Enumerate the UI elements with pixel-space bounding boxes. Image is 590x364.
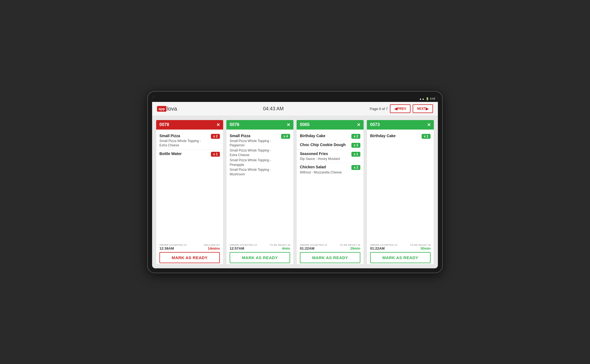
footer-info-0076: ORDER ACCEPTED AT12:57AMTO BE READY IN4m… [230, 244, 290, 250]
close-button-0078[interactable]: ✕ [216, 122, 220, 127]
order-body-0078: Small PizzaSmall Pizza Whole Topping - E… [156, 130, 223, 241]
item-name-0-1: Bottle Water [159, 151, 209, 156]
accepted-time-0073: 01:22AM [370, 246, 397, 250]
item-name-2-3: Chicken Salad [300, 165, 349, 169]
item-sub-1-0-1: Small Pizza Whole Topping - Extra Cheese [230, 148, 279, 157]
list-item: Birthday Cakex 1 [367, 132, 434, 140]
status-bar: ▲▲ 🔋 4:44 [152, 96, 438, 102]
qty-badge-2-3: x 2 [351, 165, 360, 170]
order-id-0073: 0073 [370, 122, 380, 127]
header-time: 04:43 AM [263, 106, 284, 112]
order-header-0078: 0078✕ [156, 120, 223, 130]
item-info-2-3: Chicken SaladWithout - Mozzarella Cheese [300, 165, 349, 175]
item-name-2-2: Seasoned Fries [300, 151, 349, 156]
status-time: 4:44 [430, 97, 435, 100]
order-header-0073: 0073✕ [367, 120, 434, 130]
item-info-1-0: Small PizzaSmall Pizza Whole Topping - P… [230, 133, 279, 177]
page-info: Page 6 of 7 [370, 107, 388, 111]
status-label-0078: DELAYED BY [204, 244, 220, 246]
item-name-3-0: Birthday Cake [370, 133, 419, 138]
qty-badge-0-1: x 1 [211, 152, 220, 157]
item-modifier-2-3: Without - Mozzarella Cheese [300, 170, 349, 175]
accepted-label-0078: ORDER ACCEPTED AT [159, 244, 187, 246]
item-info-2-0: Birthday Cake [300, 133, 349, 138]
mark-ready-button-0073[interactable]: MARK AS READY [370, 252, 431, 263]
status-label-0065: TO BE READY IN [340, 244, 360, 246]
order-header-0076: 0076✕ [226, 120, 293, 130]
item-name-2-1: Choc Chip Cookie Dough [300, 142, 349, 147]
mark-ready-button-0078[interactable]: MARK AS READY [159, 252, 220, 263]
status-icons: ▲▲ 🔋 4:44 [419, 97, 435, 100]
item-info-2-2: Seasoned FriesDip Sauce - Honey Mustard [300, 151, 349, 161]
item-info-0-1: Bottle Water [159, 151, 209, 156]
close-button-0073[interactable]: ✕ [427, 122, 431, 127]
close-button-0065[interactable]: ✕ [357, 122, 360, 127]
next-button[interactable]: NEXT ▶ [413, 104, 433, 113]
footer-left-0065: ORDER ACCEPTED AT01:22AM [300, 244, 327, 250]
item-sub-1-0-0: Small Pizza Whole Topping - Pepperoni [230, 139, 279, 148]
item-sub-1-0-2: Small Pizza Whole Topping - Pineapple [230, 158, 279, 167]
qty-badge-3-0: x 1 [422, 134, 431, 139]
list-item: Seasoned FriesDip Sauce - Honey Mustardx… [297, 150, 364, 163]
footer-left-0076: ORDER ACCEPTED AT12:57AM [230, 244, 257, 250]
footer-info-0065: ORDER ACCEPTED AT01:22AMTO BE READY IN29… [300, 244, 360, 250]
prev-button[interactable]: ◀ PREV [390, 104, 411, 113]
order-body-0073: Birthday Cakex 1 [367, 130, 434, 241]
qty-badge-1-0: x 4 [281, 134, 290, 139]
mark-ready-button-0076[interactable]: MARK AS READY [230, 252, 290, 263]
device-screen: ▲▲ 🔋 4:44 app lova 04:43 AM Page 6 of 7 … [152, 96, 438, 268]
status-value-0076: 4min [282, 246, 290, 250]
list-item: Chicken SaladWithout - Mozzarella Cheese… [297, 163, 364, 176]
order-card-0078: 0078✕Small PizzaSmall Pizza Whole Toppin… [156, 120, 223, 265]
footer-right-0076: TO BE READY IN4min [270, 244, 290, 250]
status-value-0065: 29min [350, 246, 360, 250]
order-id-0076: 0076 [230, 122, 239, 127]
orders-container: 0078✕Small PizzaSmall Pizza Whole Toppin… [152, 116, 438, 268]
wifi-icon: ▲▲ [419, 97, 425, 100]
accepted-label-0065: ORDER ACCEPTED AT [300, 244, 327, 246]
accepted-label-0076: ORDER ACCEPTED AT [230, 244, 257, 246]
header-nav: Page 6 of 7 ◀ PREV NEXT ▶ [370, 104, 433, 113]
accepted-time-0076: 12:57AM [230, 246, 257, 250]
next-arrow-icon: ▶ [426, 107, 429, 111]
order-card-0073: 0073✕Birthday Cakex 1ORDER ACCEPTED AT01… [367, 120, 434, 265]
item-name-1-0: Small Pizza [230, 133, 279, 138]
list-item: Small PizzaSmall Pizza Whole Topping - E… [156, 132, 223, 150]
item-name-2-0: Birthday Cake [300, 133, 349, 138]
order-body-0065: Birthday Cakex 2Choc Chip Cookie Doughx … [297, 130, 364, 241]
qty-badge-2-2: x 1 [351, 152, 360, 157]
close-button-0076[interactable]: ✕ [287, 122, 290, 127]
order-footer-0065: ORDER ACCEPTED AT01:22AMTO BE READY IN29… [297, 241, 364, 264]
order-footer-0073: ORDER ACCEPTED AT01:22AMTO BE READY IN30… [367, 241, 434, 264]
list-item: Birthday Cakex 2 [297, 132, 364, 141]
order-card-0065: 0065✕Birthday Cakex 2Choc Chip Cookie Do… [296, 120, 364, 265]
battery-icon: 🔋 [426, 97, 429, 100]
prev-label: PREV [397, 107, 406, 111]
order-id-0065: 0065 [300, 122, 310, 127]
footer-info-0078: ORDER ACCEPTED AT12:38AMDELAYED BY14mins [159, 244, 220, 250]
status-value-0078: 14mins [208, 246, 220, 250]
accepted-time-0065: 01:22AM [300, 246, 327, 250]
device-frame: ▲▲ 🔋 4:44 app lova 04:43 AM Page 6 of 7 … [147, 91, 443, 273]
status-value-0073: 30min [420, 246, 431, 250]
prev-arrow-icon: ◀ [394, 107, 397, 111]
order-body-0076: Small PizzaSmall Pizza Whole Topping - P… [226, 130, 293, 241]
footer-left-0073: ORDER ACCEPTED AT01:22AM [370, 244, 397, 250]
item-info-2-1: Choc Chip Cookie Dough [300, 142, 349, 147]
qty-badge-0-0: x 2 [211, 134, 220, 139]
order-footer-0076: ORDER ACCEPTED AT12:57AMTO BE READY IN4m… [226, 241, 293, 264]
footer-right-0065: TO BE READY IN29min [340, 244, 360, 250]
item-info-0-0: Small PizzaSmall Pizza Whole Topping - E… [159, 133, 209, 148]
logo-app: app [157, 106, 166, 112]
order-card-0076: 0076✕Small PizzaSmall Pizza Whole Toppin… [226, 120, 294, 265]
item-name-0-0: Small Pizza [159, 133, 209, 138]
status-label-0073: TO BE READY IN [410, 244, 431, 246]
status-label-0076: TO BE READY IN [270, 244, 290, 246]
footer-right-0073: TO BE READY IN30min [410, 244, 431, 250]
list-item: Choc Chip Cookie Doughx 3 [297, 141, 364, 150]
order-id-0078: 0078 [159, 122, 169, 127]
app-header: app lova 04:43 AM Page 6 of 7 ◀ PREV NEX… [152, 102, 438, 116]
qty-badge-2-1: x 3 [351, 143, 360, 148]
item-sub-0-0-0: Small Pizza Whole Topping - Extra Cheese [159, 139, 209, 148]
mark-ready-button-0065[interactable]: MARK AS READY [300, 252, 360, 263]
